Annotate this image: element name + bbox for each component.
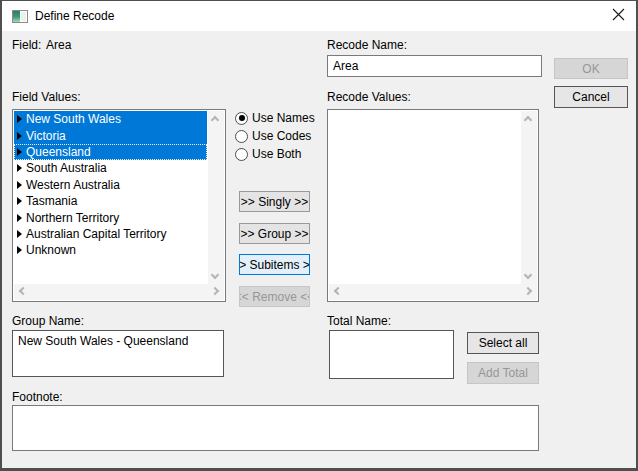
- group-name-value: New South Wales - Queensland: [13, 331, 223, 351]
- radio-label: Use Codes: [252, 129, 311, 143]
- triangle-icon: [17, 181, 22, 189]
- total-name-label: Total Name:: [327, 314, 391, 328]
- radio-use-codes[interactable]: Use Codes: [235, 127, 315, 145]
- define-recode-dialog: Define Recode Field: Area Recode Name: O…: [0, 0, 638, 471]
- group-name-input[interactable]: New South Wales - Queensland: [12, 330, 224, 377]
- scroll-right-icon: [524, 287, 532, 295]
- footnote-input[interactable]: [12, 405, 539, 451]
- footnote-value: [13, 406, 538, 412]
- total-name-value: [330, 331, 453, 337]
- app-icon: [12, 10, 28, 23]
- group-name-label: Group Name:: [12, 314, 84, 328]
- list-item-label: South Australia: [26, 161, 107, 175]
- radio-icon: [235, 112, 248, 125]
- scroll-down-icon: [524, 271, 532, 279]
- list-item-label: Queensland: [26, 145, 91, 159]
- list-item[interactable]: New South Wales: [14, 111, 207, 127]
- radio-label: Use Names: [252, 111, 315, 125]
- add-total-button[interactable]: Add Total: [467, 362, 539, 384]
- recode-name-label: Recode Name:: [327, 38, 407, 52]
- singly-button[interactable]: >> Singly >>: [239, 191, 310, 212]
- field-value: Area: [46, 38, 71, 52]
- field-label: Field:: [12, 38, 41, 52]
- field-values-list: New South WalesVictoriaQueenslandSouth A…: [14, 111, 207, 259]
- scroll-up-icon: [211, 116, 219, 124]
- horizontal-scrollbar[interactable]: [14, 284, 224, 300]
- scroll-right-icon: [211, 287, 219, 295]
- group-button[interactable]: >> Group >>: [239, 223, 310, 244]
- triangle-icon: [17, 197, 22, 205]
- field-values-listbox[interactable]: New South WalesVictoriaQueenslandSouth A…: [12, 109, 226, 302]
- recode-values-listbox[interactable]: [327, 109, 539, 302]
- vertical-scrollbar[interactable]: [521, 111, 537, 284]
- list-item[interactable]: Tasmania: [14, 193, 207, 209]
- radio-use-both[interactable]: Use Both: [235, 145, 315, 163]
- field-values-label: Field Values:: [12, 90, 80, 104]
- triangle-icon: [17, 115, 22, 123]
- triangle-icon: [17, 214, 22, 222]
- list-item-label: Australian Capital Territory: [26, 227, 167, 241]
- triangle-icon: [17, 148, 22, 156]
- close-icon: [612, 8, 625, 24]
- remove-button[interactable]: << Remove <<: [239, 286, 310, 307]
- list-item-label: Tasmania: [26, 194, 77, 208]
- ok-button[interactable]: OK: [554, 58, 628, 79]
- list-item-label: Western Australia: [26, 178, 120, 192]
- scroll-left-icon: [334, 287, 342, 295]
- footnote-label: Footnote:: [12, 390, 63, 404]
- list-item[interactable]: Unknown: [14, 242, 207, 258]
- horizontal-scrollbar[interactable]: [329, 284, 537, 300]
- cancel-button[interactable]: Cancel: [554, 86, 628, 108]
- list-item-label: Victoria: [26, 129, 66, 143]
- list-item[interactable]: Queensland: [14, 144, 207, 160]
- vertical-scrollbar[interactable]: [208, 111, 224, 284]
- scroll-left-icon: [19, 287, 27, 295]
- radio-label: Use Both: [252, 147, 301, 161]
- list-item-label: Northern Territory: [26, 211, 119, 225]
- list-item[interactable]: South Australia: [14, 160, 207, 176]
- radio-icon: [235, 148, 248, 161]
- list-item[interactable]: Victoria: [14, 127, 207, 143]
- radio-icon: [235, 130, 248, 143]
- list-item[interactable]: Western Australia: [14, 177, 207, 193]
- recode-name-input[interactable]: [327, 55, 542, 77]
- total-name-input[interactable]: [329, 330, 454, 379]
- triangle-icon: [17, 132, 22, 140]
- list-item-label: Unknown: [26, 243, 76, 257]
- subitems-button[interactable]: >> Subitems >>: [239, 254, 310, 275]
- radio-group: Use NamesUse CodesUse Both: [235, 109, 315, 163]
- window-title: Define Recode: [35, 1, 114, 31]
- scroll-up-icon: [524, 116, 532, 124]
- list-item[interactable]: Northern Territory: [14, 209, 207, 225]
- scroll-down-icon: [211, 271, 219, 279]
- title-bar: Define Recode: [2, 1, 636, 31]
- recode-values-label: Recode Values:: [327, 90, 411, 104]
- radio-use-names[interactable]: Use Names: [235, 109, 315, 127]
- triangle-icon: [17, 246, 22, 254]
- triangle-icon: [17, 164, 22, 172]
- triangle-icon: [17, 230, 22, 238]
- list-item[interactable]: Australian Capital Territory: [14, 226, 207, 242]
- list-item-label: New South Wales: [26, 112, 121, 126]
- select-all-button[interactable]: Select all: [467, 332, 539, 354]
- close-button[interactable]: [600, 1, 636, 31]
